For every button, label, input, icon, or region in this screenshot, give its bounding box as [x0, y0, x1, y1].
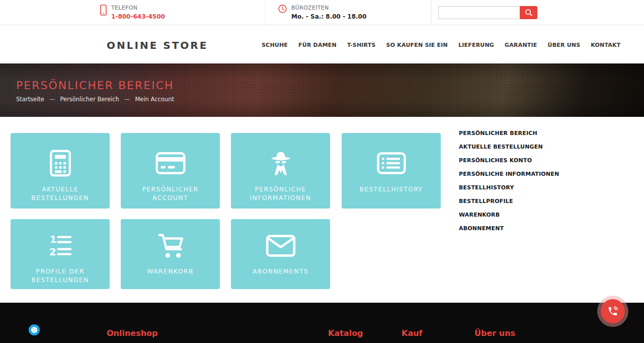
phone-label: TELEFON: [111, 4, 165, 12]
phone-call-icon: [607, 306, 618, 317]
cart-icon: [156, 231, 185, 260]
nav-item-garantie[interactable]: GARANTIE: [505, 42, 537, 48]
search-input[interactable]: [438, 6, 520, 19]
sidebar-item-abonnement[interactable]: ABONNEMENT: [459, 226, 559, 231]
tile-persoenliche-informationen[interactable]: PERSÖNLICHE INFORMATIONEN: [231, 133, 330, 209]
nav-item-lieferung[interactable]: LIEFERUNG: [458, 42, 494, 48]
calculator-icon: [49, 148, 71, 178]
tile-label: PROFILE DER BESTELLUNGEN: [11, 267, 110, 284]
search-form: [438, 6, 537, 19]
topbar-phone-section: TELEFON 1-800-643-4500: [0, 0, 266, 25]
sidebar-item-warenkorb[interactable]: WARENKORB: [459, 212, 559, 218]
search-button[interactable]: [520, 6, 537, 19]
cookie-icon: [31, 326, 38, 333]
footer-heading-kauf[interactable]: Kauf: [401, 328, 423, 338]
breadcrumb-personal-area[interactable]: Persönlicher Bereich: [60, 96, 119, 103]
tile-abonnements[interactable]: ABONNEMENTS: [231, 219, 330, 289]
topbar-search-section: [432, 0, 644, 25]
page-hero: PERSÖNLICHER BEREICH Startseite — Persön…: [0, 63, 644, 117]
topbar: TELEFON 1-800-643-4500 BÜROZEITEN Mo. - …: [0, 0, 644, 25]
sidebar-item-bestellprofile[interactable]: BESTELLPROFILE: [459, 198, 559, 204]
account-side-menu: PERSÖNLICHER BEREICH AKTUELLE BESTELLUNG…: [459, 130, 559, 239]
nav-item-so-kaufen-sie-ein[interactable]: SO KAUFEN SIE EIN: [386, 42, 448, 48]
svg-text:1: 1: [49, 233, 56, 245]
cookie-consent-button[interactable]: [29, 324, 40, 335]
mobile-phone-icon: [100, 5, 107, 18]
tile-label: ABONNEMENTS: [249, 267, 312, 276]
tile-label: WARENKORB: [143, 267, 197, 276]
footer-heading-onlineshop[interactable]: Onlineshop: [107, 328, 158, 338]
breadcrumb-my-account: Mein Account: [135, 96, 174, 103]
clock-icon: [278, 5, 287, 15]
nav-item-t-shirts[interactable]: T-SHIRTS: [347, 42, 376, 48]
breadcrumb-separator: —: [124, 96, 130, 103]
hours-label: BÜROZEITEN: [291, 4, 366, 12]
page-title: PERSÖNLICHER BEREICH: [16, 79, 174, 92]
spy-icon: [267, 148, 294, 178]
tile-profile-der-bestellungen[interactable]: 12 PROFILE DER BESTELLUNGEN: [11, 219, 110, 289]
breadcrumb: Startseite — Persönlicher Bereich — Mein…: [16, 96, 174, 103]
tile-label: PERSÖNLICHE INFORMATIONEN: [231, 185, 330, 202]
sidebar-item-aktuelle-bestellungen[interactable]: AKTUELLE BESTELLUNGEN: [459, 144, 559, 150]
credit-card-icon: [155, 148, 186, 178]
tile-label: PERSÖNLICHER ACCOUNT: [121, 185, 220, 202]
phone-number[interactable]: 1-800-643-4500: [111, 13, 165, 21]
breadcrumb-separator: —: [49, 96, 55, 103]
topbar-hours-section: BÜROZEITEN Mo. - Sa.: 8.00 - 18.00: [266, 0, 432, 25]
search-icon: [525, 9, 533, 17]
nav-item-schuhe[interactable]: SCHUHE: [262, 42, 288, 48]
tile-warenkorb[interactable]: WARENKORB: [121, 219, 220, 289]
sidebar-item-persoenlicher-bereich[interactable]: PERSÖNLICHER BEREICH: [459, 130, 559, 136]
account-dashboard: AKTUELLE BESTELLUNGEN PERSÖNLICHER ACCOU…: [0, 117, 644, 303]
list-icon: [376, 148, 407, 178]
nav-item-fuer-damen[interactable]: FÜR DAMEN: [298, 42, 337, 48]
numbered-list-icon: 12: [46, 231, 75, 260]
envelope-icon: [266, 231, 296, 260]
tile-persoenlicher-account[interactable]: PERSÖNLICHER ACCOUNT: [121, 133, 220, 209]
svg-text:2: 2: [49, 246, 56, 258]
tile-bestellhistory[interactable]: BESTELLHISTORY: [342, 133, 441, 209]
site-header: ONLINE STORE SCHUHE FÜR DAMEN T-SHIRTS S…: [0, 25, 644, 63]
call-back-button[interactable]: [601, 299, 625, 323]
site-footer: Onlineshop Katalog Kauf Über uns: [0, 303, 644, 343]
breadcrumb-home[interactable]: Startseite: [16, 96, 44, 103]
sidebar-item-persoenliches-konto[interactable]: PERSÖNLICHES KONTO: [459, 158, 559, 163]
main-nav: SCHUHE FÜR DAMEN T-SHIRTS SO KAUFEN SIE …: [262, 42, 621, 48]
tile-label: AKTUELLE BESTELLUNGEN: [11, 185, 110, 202]
store-logo[interactable]: ONLINE STORE: [107, 39, 208, 51]
footer-heading-ueber-uns[interactable]: Über uns: [474, 328, 515, 338]
nav-item-ueber-uns[interactable]: ÜBER UNS: [548, 42, 581, 48]
tile-aktuelle-bestellungen[interactable]: AKTUELLE BESTELLUNGEN: [11, 133, 110, 209]
hours-value: Mo. - Sa.: 8.00 - 18.00: [291, 13, 366, 21]
sidebar-item-persoenliche-informationen[interactable]: PERSÖNLICHE INFORMATIONEN: [459, 171, 559, 177]
sidebar-item-bestellhistory[interactable]: BESTELLHISTORY: [459, 185, 559, 190]
tile-label: BESTELLHISTORY: [355, 185, 427, 193]
footer-heading-katalog[interactable]: Katalog: [328, 328, 363, 338]
nav-item-kontakt[interactable]: KONTAKT: [591, 42, 620, 48]
